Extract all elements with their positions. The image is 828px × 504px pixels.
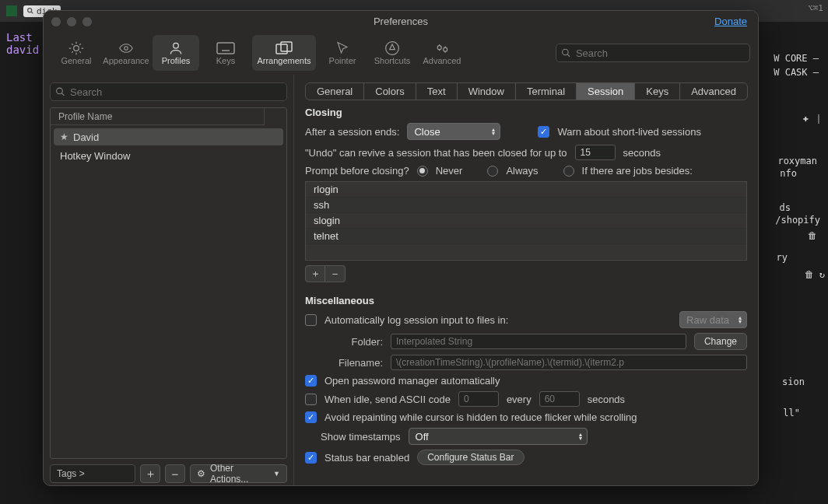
toolbar-keys[interactable]: Keys [202,35,249,71]
toolbar-label: Appearance [103,56,149,65]
window-title: Preferences [44,16,758,27]
toolbar-label: Profiles [162,56,191,65]
select-value: Raw data [686,314,729,326]
add-profile-button[interactable]: ＋ [140,464,160,483]
select-value: Close [414,126,440,138]
idle-ascii-label: When idle, send ASCII code [325,394,451,405]
tab-colors[interactable]: Colors [364,83,416,100]
preferences-window: Preferences Donate General Appearance Pr… [43,10,759,486]
svg-point-3 [125,47,128,51]
prompt-jobs-radio[interactable] [563,166,574,177]
seconds-label: seconds [623,147,661,159]
job-row[interactable]: . [306,244,746,260]
every-label: every [507,394,532,405]
toolbar-advanced[interactable]: Advanced [419,35,465,71]
trash-refresh-icon: 🗑 ↻ [805,269,825,280]
tab-keys[interactable]: Keys [635,83,680,100]
select-value: Off [416,431,429,443]
profile-row[interactable]: ★ David [54,128,283,145]
other-actions-dropdown[interactable]: ⚙ Other Actions... ▼ [190,464,287,483]
tab-general[interactable]: General [306,83,364,100]
toolbar-appearance[interactable]: Appearance [103,35,149,71]
idle-seconds-input [539,391,580,407]
undo-revive-text: "Undo" can revive a session that has bee… [305,147,567,159]
configure-status-bar-button[interactable]: Configure Status Bar [417,450,524,465]
change-folder-button[interactable]: Change [694,333,747,350]
toolbar-pointer[interactable]: Pointer [319,35,366,71]
svg-line-19 [61,93,64,96]
autolog-format-select[interactable]: Raw data ▴▾ [679,311,747,328]
status-bar-enabled-checkbox[interactable] [305,452,317,464]
toolbar-label: Advanced [423,56,461,65]
bg-text: ll" [783,408,800,418]
idle-ascii-checkbox[interactable] [305,394,317,405]
tab-session[interactable]: Session [577,83,635,100]
donate-link[interactable]: Donate [714,16,747,27]
toolbar-search[interactable] [556,44,750,62]
minimize-window-button[interactable] [67,17,76,26]
titlebar: Preferences Donate [44,11,758,31]
svg-rect-11 [276,44,287,54]
profile-list-header[interactable]: Profile Name [51,108,265,125]
folder-input [391,334,686,349]
prompt-before-closing-label: Prompt before closing? [305,165,409,177]
autolog-label: Automatically log session input to files… [325,314,508,326]
zoom-window-button[interactable] [82,17,92,26]
warn-short-lived-checkbox[interactable] [538,126,549,138]
toolbar-search-input[interactable] [576,47,745,59]
svg-point-16 [563,49,569,55]
svg-line-1 [31,12,33,13]
bg-text: sion [782,376,805,387]
prompt-never-radio[interactable] [417,166,428,177]
svg-point-2 [74,46,79,51]
toolbar-shortcuts[interactable]: Shortcuts [369,35,416,71]
show-timestamps-label: Show timestamps [321,431,401,443]
profile-name: David [73,131,99,143]
updown-icon: ▴▾ [739,316,742,324]
job-row[interactable]: slogin [306,213,746,229]
after-session-ends-select[interactable]: Close ▴▾ [407,123,500,140]
profile-settings-pane: General Colors Text Window Terminal Sess… [294,75,758,485]
warn-short-lived-label: Warn about short-lived sessions [557,126,701,138]
svg-point-14 [437,46,441,50]
jobs-list[interactable]: rlogin ssh slogin telnet . [305,181,747,261]
toolbar-profiles[interactable]: Profiles [153,35,199,71]
prompt-always-radio[interactable] [487,166,498,177]
toolbar-general[interactable]: General [53,35,100,71]
profile-search[interactable] [50,82,287,101]
star-icon: ★ [60,131,68,142]
updown-icon: ▴▾ [492,128,495,135]
undo-seconds-input[interactable] [575,145,616,160]
remove-job-button[interactable]: − [325,265,346,282]
close-window-button[interactable] [51,17,61,26]
bg-text: ds [780,202,791,213]
svg-point-0 [28,9,32,12]
toolbar-arrangements[interactable]: Arrangements [252,35,316,71]
tab-terminal[interactable]: Terminal [516,83,577,100]
filename-label: Filename: [321,357,383,369]
svg-point-15 [444,47,447,51]
remove-profile-button[interactable]: − [165,464,185,483]
preferences-toolbar: General Appearance Profiles Keys Arrange… [44,31,758,75]
tab-text[interactable]: Text [416,83,458,100]
show-timestamps-select[interactable]: Off ▴▾ [409,428,588,445]
other-actions-label: Other Actions... [210,463,268,485]
avoid-repainting-checkbox[interactable] [305,411,317,423]
svg-rect-12 [281,42,292,51]
tags-dropdown[interactable]: Tags > [50,464,135,483]
job-row[interactable]: telnet [306,229,746,244]
add-job-button[interactable]: ＋ [305,265,325,282]
profile-tabs: General Colors Text Window Terminal Sess… [305,82,748,100]
bg-text: W CORE — [774,53,819,64]
profile-search-input[interactable] [70,86,282,98]
toolbar-label: Pointer [329,56,356,65]
profile-row[interactable]: Hotkey Window [54,147,283,164]
open-password-manager-checkbox[interactable] [305,375,317,387]
job-row[interactable]: ssh [306,198,746,213]
autolog-checkbox[interactable] [305,314,317,326]
tab-advanced[interactable]: Advanced [680,83,747,100]
misc-section-title: Miscellaneous [305,295,747,306]
tab-window[interactable]: Window [458,83,516,100]
job-row[interactable]: rlogin [306,182,746,198]
terminal-app-icon [6,5,17,16]
